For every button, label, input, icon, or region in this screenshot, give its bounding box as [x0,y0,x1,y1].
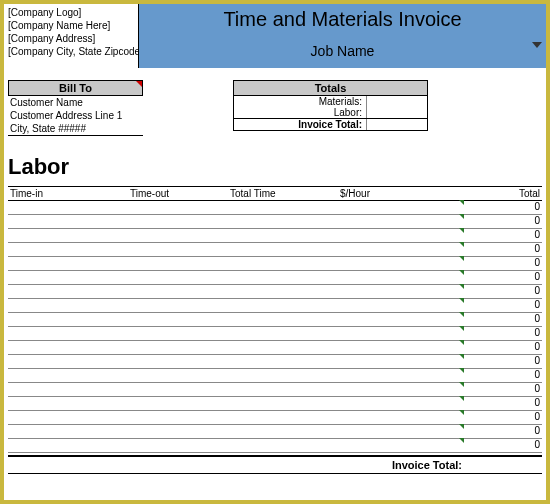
company-address[interactable]: [Company Address] [8,32,134,45]
labor-row[interactable]: 0 [8,257,542,271]
row-total: 0 [534,411,540,422]
col-timeout: Time-out [128,187,228,200]
labor-row[interactable]: 0 [8,369,542,383]
cell-marker-icon [459,284,464,289]
row-total: 0 [534,355,540,366]
cell-marker-icon [459,228,464,233]
labor-row[interactable]: 0 [8,299,542,313]
col-timein: Time-in [8,187,128,200]
materials-label: Materials: [234,96,367,107]
labor-section: Time-in Time-out Total Time $/Hour Total… [4,186,546,474]
cell-marker-icon [459,256,464,261]
cell-marker-icon [459,298,464,303]
billto-header-text: Bill To [59,82,92,94]
row-total: 0 [534,313,540,324]
col-totaltime: Total Time [228,187,338,200]
title-block: Time and Materials Invoice Job Name [139,4,546,68]
billto-body: Customer Name Customer Address Line 1 Ci… [8,96,143,136]
totals-section: Totals Materials: Labor: Invoice Total: [233,80,428,136]
cell-marker-icon [459,396,464,401]
cell-marker-icon [459,326,464,331]
company-name[interactable]: [Company Name Here] [8,19,134,32]
cell-marker-icon [459,424,464,429]
row-total: 0 [534,299,540,310]
row-total: 0 [534,271,540,282]
row-total: 0 [534,369,540,380]
totals-header: Totals [233,80,428,96]
job-name[interactable]: Job Name [139,31,546,59]
labor-value [367,107,427,118]
labor-row[interactable]: 0 [8,425,542,439]
header: [Company Logo] [Company Name Here] [Comp… [4,4,546,68]
company-city[interactable]: [Company City, State Zipcode] [8,45,134,58]
cell-marker-icon [459,312,464,317]
labor-row[interactable]: 0 [8,243,542,257]
labor-rows: 000000000000000000 [8,201,542,453]
cell-marker-icon [459,354,464,359]
info-row: Bill To Customer Name Customer Address L… [4,80,546,136]
labor-row[interactable]: 0 [8,397,542,411]
row-total: 0 [534,285,540,296]
cell-marker-icon [459,200,464,205]
invoice-page: [Company Logo] [Company Name Here] [Comp… [0,0,550,504]
row-total: 0 [534,201,540,212]
labor-row[interactable]: 0 [8,439,542,453]
labor-row[interactable]: 0 [8,215,542,229]
row-total: 0 [534,397,540,408]
row-total: 0 [534,439,540,450]
row-total: 0 [534,425,540,436]
company-logo[interactable]: [Company Logo] [8,6,134,19]
labor-row[interactable]: 0 [8,285,542,299]
row-total: 0 [534,257,540,268]
billto-header: Bill To [8,80,143,96]
totals-invoice-row: Invoice Total: [233,118,428,131]
row-total: 0 [534,383,540,394]
row-total: 0 [534,341,540,352]
customer-city[interactable]: City, State ##### [8,122,143,135]
col-rate: $/Hour [338,187,458,200]
labor-row[interactable]: 0 [8,341,542,355]
totals-labor-row: Labor: [233,107,428,118]
labor-label: Labor: [234,107,367,118]
dropdown-icon[interactable] [532,42,542,48]
labor-row[interactable]: 0 [8,327,542,341]
materials-value [367,96,427,107]
labor-row[interactable]: 0 [8,411,542,425]
row-total: 0 [534,327,540,338]
labor-row[interactable]: 0 [8,271,542,285]
labor-header-row: Time-in Time-out Total Time $/Hour Total [8,186,542,201]
cell-marker-icon [459,438,464,443]
labor-row[interactable]: 0 [8,383,542,397]
labor-row[interactable]: 0 [8,355,542,369]
labor-row[interactable]: 0 [8,313,542,327]
company-block: [Company Logo] [Company Name Here] [Comp… [4,4,139,68]
invoice-total-label: Invoice Total: [234,119,367,130]
col-total: Total [458,187,542,200]
labor-row[interactable]: 0 [8,201,542,215]
comment-marker-icon [136,81,142,87]
billto-section: Bill To Customer Name Customer Address L… [8,80,143,136]
row-total: 0 [534,215,540,226]
labor-title: Labor [4,136,546,182]
labor-invoice-total-label: Invoice Total: [8,457,542,473]
cell-marker-icon [459,214,464,219]
row-total: 0 [534,229,540,240]
cell-marker-icon [459,382,464,387]
cell-marker-icon [459,340,464,345]
totals-materials-row: Materials: [233,96,428,107]
customer-name[interactable]: Customer Name [8,96,143,109]
invoice-title: Time and Materials Invoice [139,4,546,31]
cell-marker-icon [459,242,464,247]
invoice-total-value [367,119,427,130]
labor-invoice-total-row: Invoice Total: [8,455,542,474]
row-total: 0 [534,243,540,254]
customer-address[interactable]: Customer Address Line 1 [8,109,143,122]
cell-marker-icon [459,270,464,275]
cell-marker-icon [459,368,464,373]
labor-row[interactable]: 0 [8,229,542,243]
cell-marker-icon [459,410,464,415]
